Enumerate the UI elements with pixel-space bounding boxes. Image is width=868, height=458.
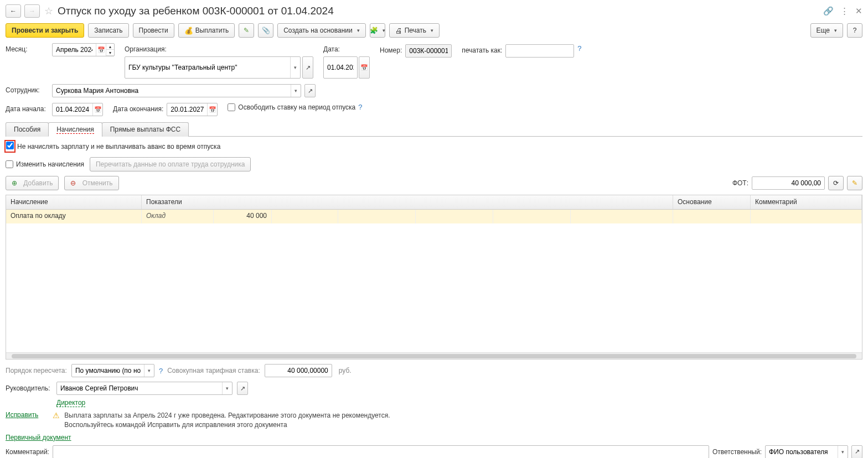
primary-doc-link[interactable]: Первичный документ	[6, 434, 71, 441]
release-rate-checkbox[interactable]	[228, 103, 235, 111]
refresh-button[interactable]: ⟳	[828, 176, 844, 190]
responsible-value[interactable]	[766, 446, 838, 458]
org-open-button[interactable]: ↗	[302, 56, 313, 79]
cell-indicator-name: Оклад	[142, 210, 214, 223]
link-icon[interactable]: 🔗	[823, 6, 834, 16]
print-button[interactable]: 🖨Печать	[389, 23, 440, 38]
employee-value[interactable]	[53, 85, 291, 97]
employee-open-button[interactable]: ↗	[304, 84, 316, 97]
more-button[interactable]: Еще	[810, 23, 843, 38]
spinner-up-icon[interactable]: ▲	[106, 44, 114, 50]
fot-value[interactable]	[752, 177, 824, 189]
recalc-order-select[interactable]: ▾	[71, 364, 154, 377]
month-label: Месяц:	[6, 43, 49, 53]
chevron-down-icon[interactable]: ▾	[838, 446, 848, 458]
print-as-input[interactable]	[505, 44, 574, 58]
nav-forward-button[interactable]: →	[24, 4, 40, 18]
number-field	[405, 44, 452, 58]
table-row[interactable]: Оплата по окладу Оклад 40 000	[6, 210, 862, 223]
month-input[interactable]: 📅 ▲ ▼	[52, 43, 115, 56]
org-label: Организация:	[125, 43, 167, 53]
kebab-menu-icon[interactable]: ⋮	[840, 6, 849, 16]
end-date-value[interactable]	[167, 103, 207, 116]
fot-input[interactable]	[752, 176, 825, 190]
manager-input[interactable]: ▾	[56, 382, 232, 395]
highlight-button[interactable]: ✎	[239, 23, 254, 38]
total-rate-value[interactable]	[265, 365, 332, 377]
structure-icon: 🧩	[370, 27, 378, 34]
total-rate-input[interactable]	[265, 364, 332, 377]
tab-accruals[interactable]: Начисления	[48, 122, 102, 137]
print-as-value[interactable]	[506, 45, 574, 57]
add-button[interactable]: ⊕ Добавить	[6, 176, 59, 190]
cancel-button[interactable]: ⊖ Отменить	[64, 176, 118, 190]
cell-indicator-value: 40 000	[214, 210, 272, 223]
start-date-value[interactable]	[53, 103, 92, 116]
tab-fss[interactable]: Прямые выплаты ФСС	[102, 122, 189, 137]
chevron-down-icon[interactable]: ▾	[222, 382, 232, 394]
help-button[interactable]: ?	[847, 23, 862, 38]
chevron-down-icon[interactable]: ▾	[144, 365, 154, 377]
calendar-icon[interactable]: 📅	[96, 44, 106, 56]
plus-icon: ⊕	[12, 179, 17, 187]
calendar-icon[interactable]: 📅	[207, 103, 217, 116]
start-date-input[interactable]: 📅	[52, 103, 103, 116]
recalc-order-value[interactable]	[72, 365, 144, 377]
change-accruals-checkbox[interactable]	[6, 160, 13, 168]
structure-button[interactable]: 🧩	[370, 23, 385, 38]
responsible-label: Ответственный:	[712, 448, 762, 456]
nav-back-button[interactable]: ←	[6, 4, 21, 18]
month-value[interactable]	[53, 44, 96, 56]
comment-label: Комментарий:	[6, 448, 49, 456]
pay-button[interactable]: 💰Выплатить	[178, 23, 235, 38]
create-based-button[interactable]: Создать на основании	[277, 23, 366, 38]
date-value[interactable]	[324, 57, 357, 78]
tab-benefits[interactable]: Пособия	[6, 122, 49, 137]
no-salary-checkbox[interactable]	[6, 142, 14, 149]
total-rate-unit: руб.	[339, 367, 352, 374]
highlight-icon: ✎	[244, 27, 249, 34]
responsible-input[interactable]: ▾	[765, 445, 848, 458]
total-rate-label: Совокупная тарифная ставка:	[167, 367, 260, 374]
submit-close-button[interactable]: Провести и закрыть	[6, 23, 84, 38]
close-icon[interactable]: ✕	[855, 6, 862, 16]
window-title: Отпуск по уходу за ребенком 003К-000001 …	[58, 5, 334, 17]
paperclip-icon: 📎	[262, 27, 270, 34]
chevron-down-icon[interactable]: ▾	[291, 85, 301, 97]
favorite-icon[interactable]: ☆	[44, 5, 53, 17]
fot-label: ФОТ:	[732, 179, 748, 187]
comment-input[interactable]	[53, 445, 709, 458]
post-button[interactable]: Провести	[133, 23, 174, 38]
number-value	[406, 45, 451, 57]
help-icon[interactable]: ?	[358, 103, 362, 111]
refresh-icon: ⟳	[833, 179, 839, 187]
help-icon[interactable]: ?	[577, 44, 581, 53]
responsible-open-button[interactable]: ↗	[851, 445, 862, 458]
end-date-input[interactable]: 📅	[167, 103, 218, 116]
calendar-icon[interactable]: 📅	[92, 103, 102, 116]
employee-input[interactable]: ▾	[52, 84, 301, 97]
printer-icon: 🖨	[395, 27, 402, 35]
warning-icon: ⚠	[53, 411, 60, 420]
attach-button[interactable]: 📎	[258, 23, 273, 38]
horizontal-scrollbar[interactable]	[6, 352, 862, 359]
reread-button[interactable]: Перечитать данные по оплате труда сотруд…	[90, 157, 251, 171]
manager-open-button[interactable]: ↗	[237, 382, 248, 395]
org-input[interactable]: ▾	[125, 56, 301, 79]
date-input[interactable]	[323, 56, 358, 79]
org-value[interactable]	[125, 57, 290, 78]
chevron-down-icon[interactable]: ▾	[290, 57, 300, 78]
manager-position-link[interactable]: Директор	[56, 399, 85, 407]
save-button[interactable]: Записать	[88, 23, 128, 38]
manager-value[interactable]	[57, 382, 222, 394]
comment-value[interactable]	[53, 446, 709, 458]
edit-button[interactable]: ✎	[847, 176, 862, 190]
date-calendar-button[interactable]: 📅	[359, 56, 370, 79]
pencil-icon: ✎	[852, 179, 857, 187]
spinner-down-icon[interactable]: ▼	[106, 50, 114, 56]
col-indicators: Показатели	[142, 195, 673, 209]
no-salary-label: Не начислять зарплату и не выплачивать а…	[17, 143, 220, 150]
accruals-table: Начисление Показатели Основание Коммента…	[6, 195, 862, 360]
help-icon[interactable]: ?	[159, 367, 163, 375]
fix-link[interactable]: Исправить	[6, 411, 38, 419]
